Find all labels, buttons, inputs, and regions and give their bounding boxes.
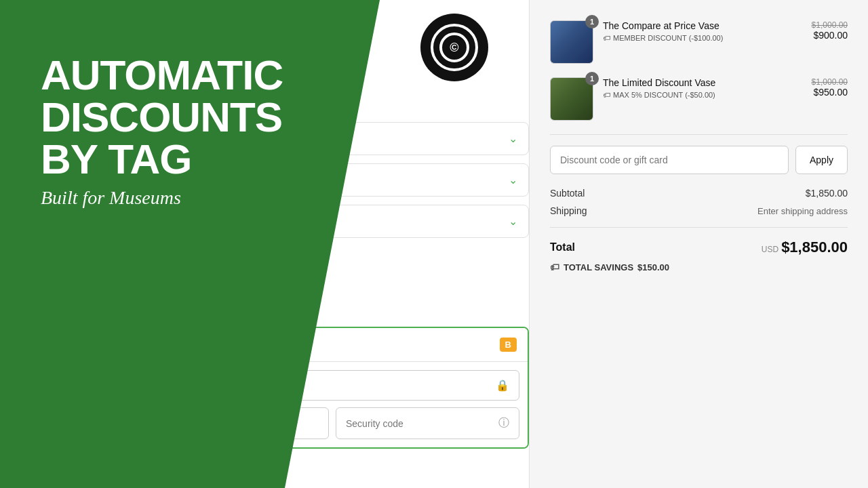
shipping-value: Enter shipping address <box>757 206 848 216</box>
item-1-name: The Compare at Price Vase <box>603 20 802 31</box>
total-currency: USD <box>762 245 778 254</box>
hero-title: AUTOMATIC DISCOUNTS BY TAG <box>41 54 283 180</box>
item-1-prices: $1,000.00 $900.00 <box>812 20 848 41</box>
hero-subtitle: Built for Museums <box>41 187 283 209</box>
address-chevron-icon[interactable]: ⌄ <box>509 174 517 186</box>
item-1-original-price: $1,000.00 <box>812 20 848 30</box>
item-1-image-wrap: 1 <box>550 20 593 64</box>
subtotal-row: Subtotal $1,850.00 <box>550 188 848 199</box>
item-1-final-price: $900.00 <box>812 30 848 41</box>
item-2-final-price: $950.00 <box>812 87 848 98</box>
shipping-label: Shipping <box>550 205 587 216</box>
total-value: $1,850.00 <box>781 239 848 256</box>
security-input[interactable] <box>346 418 498 429</box>
vase1-image <box>551 21 593 63</box>
order-item-2: 1 The Limited Discount Vase 🏷 MAX 5% DIS… <box>550 77 848 121</box>
savings-row: 🏷 TOTAL SAVINGS $150.00 <box>550 262 848 272</box>
security-field[interactable]: ⓘ <box>336 407 519 439</box>
payment-badge: B <box>500 338 517 352</box>
divider-2 <box>550 227 848 228</box>
contact-chevron-icon[interactable]: ⌄ <box>509 132 517 145</box>
item-1-discount-label: MEMBER DISCOUNT (-$100.00) <box>613 34 723 42</box>
item-2-image <box>550 77 593 121</box>
item-2-prices: $1,000.00 $950.00 <box>812 77 848 98</box>
tag-icon: 🏷 <box>603 34 610 42</box>
savings-label: TOTAL SAVINGS <box>564 262 633 272</box>
logo-inner-ring: © <box>431 24 478 71</box>
subtotal-value: $1,850.00 <box>806 188 848 199</box>
tag-icon-2: 🏷 <box>603 91 610 99</box>
apply-button[interactable]: Apply <box>795 146 848 174</box>
savings-value: $150.00 <box>637 262 669 272</box>
savings-tag-icon: 🏷 <box>550 262 559 272</box>
total-row: Total USD$1,850.00 <box>550 239 848 256</box>
left-panel: © AUTOMATIC DISCOUNTS BY TAG Built for M… <box>0 0 529 488</box>
item-2-info: The Limited Discount Vase 🏷 MAX 5% DISCO… <box>603 77 802 99</box>
hero-line3: BY TAG <box>41 136 192 182</box>
item-1-badge: 1 <box>585 15 599 28</box>
vase2-image <box>551 78 593 120</box>
total-label: Total <box>550 241 575 253</box>
hero-line1: AUTOMATIC <box>41 52 283 98</box>
logo: © <box>420 14 488 81</box>
lock-icon: 🔒 <box>496 379 509 392</box>
subtotal-label: Subtotal <box>550 188 585 199</box>
question-icon: ⓘ <box>498 416 509 430</box>
item-1-info: The Compare at Price Vase 🏷 MEMBER DISCO… <box>603 20 802 42</box>
item-2-badge: 1 <box>585 72 599 85</box>
total-amount: USD$1,850.00 <box>762 239 848 256</box>
item-2-image-wrap: 1 <box>550 77 593 121</box>
item-2-discount-label: MAX 5% DISCOUNT (-$50.00) <box>613 91 715 99</box>
item-1-image <box>550 20 593 64</box>
order-summary-panel: 1 The Compare at Price Vase 🏷 MEMBER DIS… <box>529 0 868 488</box>
hero-line2: DISCOUNTS <box>41 94 282 140</box>
item-2-discount: 🏷 MAX 5% DISCOUNT (-$50.00) <box>603 91 802 99</box>
shipping-chevron-icon[interactable]: ⌄ <box>509 215 517 228</box>
item-2-original-price: $1,000.00 <box>812 77 848 87</box>
logo-center: © <box>439 33 469 62</box>
hero-text-block: AUTOMATIC DISCOUNTS BY TAG Built for Mus… <box>41 54 283 209</box>
order-item-1: 1 The Compare at Price Vase 🏷 MEMBER DIS… <box>550 20 848 64</box>
divider-1 <box>550 134 848 135</box>
item-2-name: The Limited Discount Vase <box>603 77 802 88</box>
discount-row: Apply <box>550 146 848 174</box>
shipping-row: Shipping Enter shipping address <box>550 205 848 216</box>
discount-input[interactable] <box>550 146 789 174</box>
item-1-discount: 🏷 MEMBER DISCOUNT (-$100.00) <box>603 34 802 42</box>
